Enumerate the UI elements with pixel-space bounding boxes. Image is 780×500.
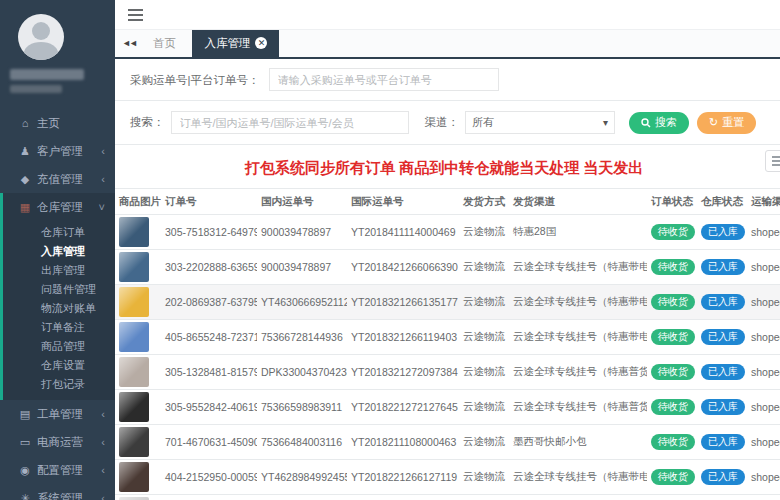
cell-product-image bbox=[115, 460, 161, 495]
sidebar-subitem-问题件管理[interactable]: 问题件管理 bbox=[3, 280, 115, 299]
cell-ship-method: 云途物流 bbox=[459, 285, 509, 320]
hamburger-icon[interactable] bbox=[128, 9, 143, 21]
cell-intl-tracking: YT2018221266127119 bbox=[347, 460, 459, 495]
cell-warehouse-status: 已入库 bbox=[697, 215, 747, 250]
cell-warehouse-status: 已入库 bbox=[697, 390, 747, 425]
sidebar-item-工单管理[interactable]: ▤工单管理‹ bbox=[0, 400, 115, 428]
workorder-icon: ▤ bbox=[18, 400, 32, 428]
cell-ship-method: 云途物流 bbox=[459, 425, 509, 460]
reset-icon: ↻ bbox=[709, 116, 718, 129]
purchase-waybill-input[interactable] bbox=[269, 68, 499, 91]
sidebar-item-仓库管理[interactable]: ▦仓库管理˅ bbox=[3, 193, 115, 221]
sidebar-item-配置管理[interactable]: ◉配置管理‹ bbox=[0, 456, 115, 484]
table-row[interactable]: 303-2202888-6365943900039478897YT2018421… bbox=[115, 250, 780, 285]
cell-product-image bbox=[115, 495, 161, 500]
sidebar-subitem-仓库订单[interactable]: 仓库订单 bbox=[3, 223, 115, 242]
cell-order-status: 待收货 bbox=[647, 215, 697, 250]
cell-order-number: 303-2202888-6365943 bbox=[161, 250, 257, 285]
cell-intl-tracking: YT2018321266135177 bbox=[347, 285, 459, 320]
user-profile[interactable] bbox=[0, 0, 115, 93]
tabs-scroll-left-icon[interactable]: ◄◄ bbox=[122, 38, 136, 48]
avatar bbox=[18, 14, 64, 60]
sidebar-menu: ⌂主页♟客户管理‹◆充值管理‹▦仓库管理˅仓库订单入库管理出库管理问题件管理物流… bbox=[0, 109, 115, 500]
cell-order-status: 待收货 bbox=[647, 320, 697, 355]
table-row[interactable]: 701-4670631-450903375366484003116YT20182… bbox=[115, 425, 780, 460]
cell-product-image bbox=[115, 285, 161, 320]
column-header-发货方式: 发货方式 bbox=[459, 189, 509, 215]
sidebar-subitem-入库管理[interactable]: 入库管理 bbox=[3, 242, 115, 261]
sidebar-item-充值管理[interactable]: ◆充值管理‹ bbox=[0, 165, 115, 193]
cell-intl-tracking: YT2018221272127645 bbox=[347, 390, 459, 425]
table-row[interactable]: 404-2152950-0005918YT4628984992455YT2018… bbox=[115, 460, 780, 495]
channel-select[interactable]: 所有 ▾ bbox=[465, 111, 615, 134]
column-header-国际运单号: 国际运单号 bbox=[347, 189, 459, 215]
tab-close-icon[interactable]: ✕ bbox=[255, 37, 267, 49]
cell-ship-method: 云途物流 bbox=[459, 320, 509, 355]
table-row[interactable]: 405-8655248-723712475366728144936YT20183… bbox=[115, 320, 780, 355]
cell-product-image bbox=[115, 250, 161, 285]
sidebar-group: ▭电商运营‹ bbox=[0, 428, 115, 456]
cell-product-image bbox=[115, 390, 161, 425]
sidebar-subitem-出库管理[interactable]: 出库管理 bbox=[3, 261, 115, 280]
sidebar-group: ♟客户管理‹ bbox=[0, 137, 115, 165]
sidebar-subitem-打包记录[interactable]: 打包记录 bbox=[3, 375, 115, 394]
tab-inbound-management[interactable]: 入库管理✕ bbox=[192, 30, 279, 57]
tab-home[interactable]: 首页 bbox=[141, 30, 188, 57]
table-columns-button[interactable] bbox=[765, 150, 780, 172]
table-row[interactable]: 202-0869387-6379533YT4630666952112YT2018… bbox=[115, 285, 780, 320]
order-status-badge: 待收货 bbox=[651, 224, 695, 240]
order-status-badge: 待收货 bbox=[651, 259, 695, 275]
search-button[interactable]: 搜索 bbox=[629, 112, 689, 134]
cell-ship-method: 云途物流 bbox=[459, 460, 509, 495]
product-thumbnail bbox=[119, 287, 149, 317]
cell-platform: shopee bbox=[747, 425, 780, 460]
sidebar-item-label: 客户管理 bbox=[37, 145, 83, 157]
table-row[interactable]: 305-7518312-6497952900039478897YT2018411… bbox=[115, 215, 780, 250]
chevron-collapsed-icon: ‹ bbox=[101, 456, 105, 484]
cell-order-number: 305-9552842-4061929 bbox=[161, 390, 257, 425]
table-row[interactable]: 305-1328481-8157960DPK330043704233YT2018… bbox=[115, 355, 780, 390]
sidebar-subitem-物流对账单[interactable]: 物流对账单 bbox=[3, 299, 115, 318]
product-thumbnail bbox=[119, 462, 149, 492]
purchase-search-panel: 采购运单号|平台订单号： bbox=[115, 59, 780, 101]
cell-order-status: 待收货 bbox=[647, 425, 697, 460]
cell-order-number: 701-4670631-4509033 bbox=[161, 425, 257, 460]
column-header-订单号: 订单号 bbox=[161, 189, 257, 215]
cell-intl-tracking: YT2018221266093490 bbox=[347, 495, 459, 500]
sidebar-subitem-仓库设置[interactable]: 仓库设置 bbox=[3, 356, 115, 375]
cell-domestic-tracking: YT4628984992455 bbox=[257, 460, 347, 495]
sidebar-item-电商运营[interactable]: ▭电商运营‹ bbox=[0, 428, 115, 456]
sidebar-item-客户管理[interactable]: ♟客户管理‹ bbox=[0, 137, 115, 165]
chevron-collapsed-icon: ‹ bbox=[101, 400, 105, 428]
chevron-collapsed-icon: ‹ bbox=[101, 484, 105, 500]
sidebar-subitem-订单备注[interactable]: 订单备注 bbox=[3, 318, 115, 337]
tab-bar: ◄◄ 首页 入库管理✕ bbox=[115, 30, 780, 59]
sidebar-subitem-商品管理[interactable]: 商品管理 bbox=[3, 337, 115, 356]
channel-select-label: 渠道： bbox=[425, 115, 460, 130]
cell-order-status: 待收货 bbox=[647, 460, 697, 495]
purchase-input-label: 采购运单号|平台订单号： bbox=[130, 74, 260, 86]
cell-order-number: 305-7518312-6497952 bbox=[161, 215, 257, 250]
table-row[interactable]: 404-2901274-392832775366553739924YT20182… bbox=[115, 495, 780, 500]
warehouse-status-badge: 已入库 bbox=[701, 259, 745, 275]
product-thumbnail bbox=[119, 252, 149, 282]
chevron-collapsed-icon: ‹ bbox=[101, 428, 105, 456]
order-status-badge: 待收货 bbox=[651, 434, 695, 450]
cell-warehouse-status: 已入库 bbox=[697, 495, 747, 500]
table-row[interactable]: 305-9552842-406192975366598983911YT20182… bbox=[115, 390, 780, 425]
channel-selected-value: 所有 bbox=[472, 116, 494, 128]
sidebar-group: ▦仓库管理˅仓库订单入库管理出库管理问题件管理物流对账单订单备注商品管理仓库设置… bbox=[0, 193, 115, 400]
product-thumbnail bbox=[119, 322, 149, 352]
cell-order-status: 待收货 bbox=[647, 355, 697, 390]
search-input[interactable] bbox=[171, 111, 409, 134]
cell-domestic-tracking: 900039478897 bbox=[257, 215, 347, 250]
sidebar-item-主页[interactable]: ⌂主页 bbox=[0, 109, 115, 137]
reset-button[interactable]: ↻ 重置 bbox=[697, 112, 756, 134]
cell-ship-method: 云途物流 bbox=[459, 355, 509, 390]
sidebar-item-系统管理[interactable]: ✳系统管理‹ bbox=[0, 484, 115, 500]
cell-platform: shopee bbox=[747, 215, 780, 250]
cell-order-number: 405-8655248-7237124 bbox=[161, 320, 257, 355]
sidebar-item-label: 配置管理 bbox=[37, 464, 83, 476]
cell-warehouse-status: 已入库 bbox=[697, 460, 747, 495]
cell-product-image bbox=[115, 215, 161, 250]
